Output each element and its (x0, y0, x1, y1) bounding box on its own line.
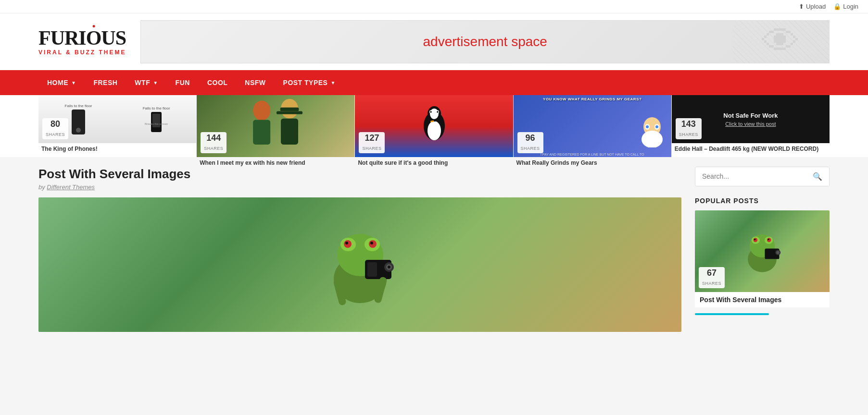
popular-post-title-1: Post With Several Images (695, 292, 830, 307)
featured-thumb-3: 127 SHARES (355, 95, 513, 157)
featured-thumb-1: Falls to the floor Falls to the floor Br… (38, 95, 196, 143)
nav-fresh[interactable]: FRESH (85, 70, 126, 95)
article-area: Post With Several Images by Different Th… (38, 167, 681, 332)
featured-caption-1: The King of Phones! (38, 143, 196, 157)
penguin-illustration (420, 104, 449, 147)
featured-thumb-2: 144 SHARES (197, 95, 354, 157)
svg-rect-30 (367, 262, 377, 277)
lock-icon: 🔒 (833, 3, 841, 10)
navbar: HOME ▼ FRESH WTF ▼ FUN COOL NSFW POST TY… (0, 70, 868, 95)
featured-thumb-4: YOU KNOW WHAT REALLY GRINDS MY GEARS? I … (514, 95, 671, 157)
nav-post-types[interactable]: POST TYPES ▼ (275, 70, 344, 95)
popular-post-1[interactable]: 67 SHARES Post With Several Images (695, 210, 830, 307)
svg-point-9 (430, 109, 439, 119)
featured-post-1[interactable]: Falls to the floor Falls to the floor Br… (38, 95, 197, 157)
svg-point-16 (642, 131, 663, 147)
search-button[interactable]: 🔍 (806, 167, 829, 186)
nav-home[interactable]: HOME ▼ (38, 70, 85, 95)
logo-title: FURIO●US (38, 28, 126, 48)
featured-caption-5: Eddie Hall – Deadlift 465 kg (NEW WORLD … (672, 143, 830, 157)
popular-shares-badge-1: 67 SHARES (699, 267, 725, 288)
article-hero-image (38, 197, 681, 332)
svg-point-42 (754, 238, 755, 240)
featured-post-2[interactable]: 144 SHARES When I meet my ex with his ne… (197, 95, 355, 157)
featured-caption-3: Not quite sure if it's a good thing (355, 157, 513, 171)
wtf-dropdown-arrow: ▼ (153, 80, 158, 85)
header: FURIO●US VIRAL & BUZZ THEME advertisemen… (0, 13, 868, 70)
svg-rect-1 (253, 120, 270, 144)
nav-fun[interactable]: FUN (167, 70, 199, 95)
logo-subtitle: VIRAL & BUZZ THEME (38, 49, 126, 56)
frog-camera-illustration (307, 212, 413, 317)
nav-wtf[interactable]: WTF ▼ (126, 70, 166, 95)
svg-point-43 (767, 238, 769, 240)
griffin-character (638, 116, 667, 147)
svg-point-28 (370, 242, 373, 244)
search-input[interactable] (695, 168, 806, 185)
upload-icon: ⬆ (799, 3, 804, 10)
featured-caption-2: When I meet my ex with his new friend (197, 157, 354, 171)
shares-badge-5: 143 SHARES (676, 118, 702, 139)
featured-caption-4: What Really Grinds my Gears (514, 157, 671, 171)
featured-thumb-5: Not Safe For Work Click to view this pos… (672, 95, 830, 143)
shares-badge-4: 96 SHARES (517, 132, 543, 153)
main-content: Post With Several Images by Different Th… (0, 157, 868, 342)
home-dropdown-arrow: ▼ (71, 80, 76, 85)
upload-label: Upload (806, 3, 826, 10)
featured-post-5[interactable]: Not Safe For Work Click to view this pos… (672, 95, 830, 157)
svg-point-27 (345, 242, 348, 244)
sidebar: 🔍 POPULAR POSTS (695, 167, 830, 332)
login-link[interactable]: 🔒 Login (833, 3, 858, 10)
svg-rect-4 (277, 111, 302, 114)
upload-link[interactable]: ⬆ Upload (799, 3, 826, 10)
svg-point-13 (430, 111, 432, 113)
popular-frog-illustration (733, 222, 791, 280)
nav-nsfw[interactable]: NSFW (236, 70, 274, 95)
ad-banner: advertisement space 👁 (140, 20, 830, 63)
popular-posts-title: POPULAR POSTS (695, 197, 830, 205)
ad-banner-text: advertisement space (423, 34, 547, 49)
svg-point-46 (776, 251, 780, 254)
featured-posts-row: Falls to the floor Falls to the floor Br… (0, 95, 868, 157)
search-box: 🔍 (695, 167, 830, 186)
svg-point-20 (655, 125, 658, 128)
featured-post-4[interactable]: YOU KNOW WHAT REALLY GRINDS MY GEARS? I … (514, 95, 672, 157)
shares-badge-3: 127 SHARES (359, 132, 385, 153)
shares-badge-1: 80 SHARES (42, 118, 68, 139)
logo[interactable]: FURIO●US VIRAL & BUZZ THEME (38, 28, 126, 56)
svg-point-7 (428, 121, 441, 140)
progress-bar (695, 313, 769, 315)
shares-badge-2: 144 SHARES (201, 132, 226, 153)
login-label: Login (843, 3, 858, 10)
article-author: by Different Themes (38, 183, 681, 191)
svg-point-0 (253, 101, 270, 121)
svg-point-33 (388, 266, 390, 269)
svg-rect-5 (281, 119, 298, 145)
nav-cool[interactable]: COOL (199, 70, 236, 95)
featured-post-3[interactable]: 127 SHARES Not quite sure if it's a good… (355, 95, 513, 157)
svg-point-19 (646, 125, 649, 128)
svg-rect-3 (280, 108, 299, 111)
svg-point-14 (437, 111, 439, 113)
top-bar: ⬆ Upload 🔒 Login (0, 0, 868, 13)
post-types-dropdown-arrow: ▼ (330, 80, 335, 85)
popular-post-image-1: 67 SHARES (695, 210, 830, 292)
